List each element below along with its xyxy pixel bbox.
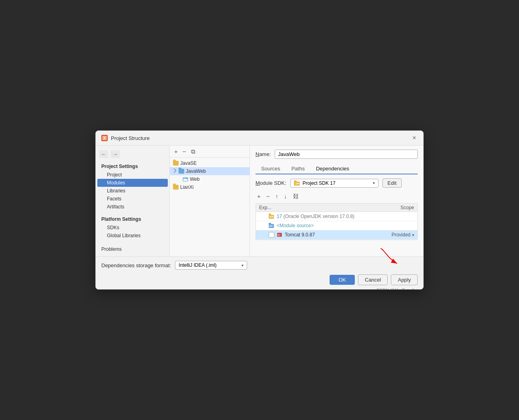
svg-point-4: [184, 178, 185, 179]
sidebar-item-global-libraries[interactable]: Global Libraries: [96, 232, 169, 240]
sidebar-item-facets[interactable]: Facets: [96, 195, 169, 203]
tree-item-javase[interactable]: JavaSE: [170, 159, 249, 167]
tree-item-web-label: Web: [190, 176, 199, 182]
tomcat-row-checkbox[interactable]: [269, 232, 274, 238]
svg-rect-7: [294, 180, 297, 182]
svg-text:TC: TC: [278, 234, 280, 236]
tree-toolbar: + − ⧉: [170, 146, 249, 158]
tomcat-icon: TC: [277, 232, 282, 238]
storage-format-label: Dependencies storage format:: [101, 262, 171, 268]
deps-add-button[interactable]: +: [255, 192, 262, 200]
sdk-edit-button[interactable]: Edit: [382, 178, 402, 188]
tree-copy-button[interactable]: ⧉: [190, 148, 197, 155]
deps-row-jdk[interactable]: JDK 17 (Oracle OpenJDK version 17.0.8): [256, 212, 417, 221]
nav-forward-button[interactable]: →: [111, 150, 120, 158]
lianxi-folder-icon: [173, 185, 179, 190]
deps-header-export: Exp...: [259, 205, 378, 210]
tomcat-scope-label: Provided: [392, 232, 410, 238]
title-bar-left: Project Structure: [101, 135, 150, 141]
tab-dependencies[interactable]: Dependencies: [310, 164, 355, 174]
deps-row-module-source[interactable]: SRC <Module source>: [256, 221, 417, 230]
watermark: CSDN @Mr_Tang4...: [376, 288, 418, 290]
sidebar-item-project[interactable]: Project: [96, 171, 169, 179]
name-label: Name:: [255, 151, 271, 157]
svg-text:JDK: JDK: [295, 182, 300, 185]
tree-item-lianxi-label: LianXi: [180, 184, 193, 190]
deps-table: Exp... Scope JDK 17 (Oracle OpenJDK vers…: [255, 203, 418, 240]
deps-down-button[interactable]: ↓: [282, 192, 289, 200]
tree-items: JavaSE JavaWeb Web: [170, 158, 249, 256]
storage-format-select[interactable]: IntelliJ IDEA (.iml) ▾: [175, 261, 247, 270]
name-row: Name:: [255, 150, 418, 159]
storage-format-value: IntelliJ IDEA (.iml): [179, 262, 217, 268]
sidebar-item-sdks[interactable]: SDKs: [96, 224, 169, 232]
svg-rect-1: [104, 137, 105, 139]
module-name-input[interactable]: [275, 150, 418, 159]
svg-text:JDK: JDK: [269, 216, 274, 218]
project-structure-dialog: Project Structure × ← → Project Settings…: [95, 130, 424, 290]
title-bar: Project Structure ×: [96, 131, 423, 146]
tree-item-javaweb-label: JavaWeb: [186, 168, 206, 174]
jdk-icon: JDK: [269, 214, 274, 219]
deps-table-header: Exp... Scope: [256, 204, 417, 212]
jdk-row-label: 17 (Oracle OpenJDK version 17.0.8): [277, 214, 376, 219]
tree-item-web[interactable]: Web: [170, 175, 249, 183]
sdk-dropdown-arrow: ▾: [373, 181, 375, 185]
deps-up-button[interactable]: ↑: [274, 192, 280, 200]
module-sdk-select[interactable]: JDK Project SDK 17 ▾: [290, 179, 378, 188]
deps-row-tomcat[interactable]: TC Tomcat 9.0.87 Provided ▾: [256, 230, 417, 240]
sidebar-item-artifacts[interactable]: Artifacts: [96, 203, 169, 211]
tab-paths[interactable]: Paths: [286, 164, 310, 174]
tree-remove-button[interactable]: −: [181, 148, 187, 155]
javase-folder-icon: [173, 161, 179, 166]
svg-rect-10: [269, 214, 271, 215]
dialog-title: Project Structure: [111, 135, 150, 141]
sidebar-item-libraries[interactable]: Libraries: [96, 187, 169, 195]
web-icon: [183, 176, 188, 182]
module-source-icon: SRC: [269, 223, 274, 228]
tree-item-javase-label: JavaSE: [180, 160, 197, 166]
cancel-button[interactable]: Cancel: [358, 274, 388, 285]
app-icon: [101, 135, 108, 141]
platform-settings-header: Platform Settings: [96, 214, 169, 224]
sdk-row: Module SDK: JDK Project SDK 17 ▾ Edit: [255, 178, 418, 188]
tomcat-row-scope: Provided ▾: [378, 232, 414, 238]
main-content: Name: Sources Paths Dependencies Module …: [250, 146, 423, 256]
storage-format-row: Dependencies storage format: IntelliJ ID…: [101, 261, 418, 270]
storage-format-arrow: ▾: [241, 263, 243, 268]
svg-point-5: [185, 178, 185, 179]
tree-item-lianxi[interactable]: LianXi: [170, 183, 249, 191]
sidebar-item-problems[interactable]: Problems: [96, 245, 169, 253]
tomcat-row-label: Tomcat 9.0.87: [285, 232, 376, 238]
sidebar-item-modules[interactable]: Modules: [97, 179, 168, 187]
deps-toolbar: + − ↑ ↓ ⛓: [255, 192, 418, 200]
ok-button[interactable]: OK: [330, 275, 355, 285]
dialog-body: ← → Project Settings Project Modules Lib…: [96, 146, 423, 256]
module-sdk-label: Module SDK:: [255, 180, 286, 186]
project-settings-header: Project Settings: [96, 161, 169, 171]
close-button[interactable]: ×: [411, 134, 418, 142]
module-source-row-label: <Module source>: [277, 223, 376, 228]
svg-text:SRC: SRC: [269, 225, 273, 227]
deps-link-button[interactable]: ⛓: [291, 192, 300, 200]
tab-sources[interactable]: Sources: [255, 164, 286, 174]
apply-button[interactable]: Apply: [391, 274, 418, 285]
footer-buttons: OK Cancel Apply CSDN @Mr_Tang4...: [101, 274, 418, 285]
deps-remove-button[interactable]: −: [265, 192, 272, 200]
svg-rect-13: [269, 223, 271, 224]
tree-item-javaweb[interactable]: JavaWeb: [170, 167, 249, 175]
javaweb-folder-icon: [179, 169, 184, 174]
module-tree-panel: + − ⧉ JavaSE JavaWeb: [170, 146, 250, 256]
deps-header-scope: Scope: [378, 205, 414, 210]
tomcat-scope-arrow[interactable]: ▾: [412, 233, 414, 237]
javaweb-chevron-icon: [172, 168, 176, 173]
sdk-select-value: Project SDK 17: [303, 180, 336, 186]
tabs: Sources Paths Dependencies: [255, 164, 418, 174]
sdk-folder-icon: JDK: [294, 180, 300, 186]
nav-back-button[interactable]: ←: [99, 150, 108, 158]
tree-add-button[interactable]: +: [173, 148, 179, 155]
dialog-footer: Dependencies storage format: IntelliJ ID…: [96, 256, 423, 289]
sidebar: ← → Project Settings Project Modules Lib…: [96, 146, 170, 256]
